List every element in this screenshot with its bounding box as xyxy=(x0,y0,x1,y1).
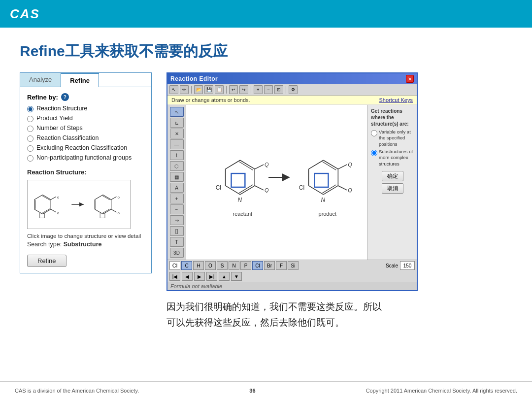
svg-line-36 xyxy=(239,185,253,193)
hint-bar: Draw or change atoms or bonds. Shortcut … xyxy=(167,96,417,105)
description-line1: 因为我们很明确的知道，我们不需要这类反应。所以 xyxy=(166,299,418,315)
drawing-svg: N Cl Q Q reactant xyxy=(186,105,367,260)
toolbar-zoom-out-icon[interactable]: − xyxy=(264,85,273,94)
content-row: Analyze Refine Refine by: ? Reaction S xyxy=(20,72,512,331)
radio-group: Reaction Structure Product Yield Number … xyxy=(27,105,144,162)
nav-up[interactable]: ▲ xyxy=(219,272,230,281)
radio-product-yield[interactable]: Product Yield xyxy=(27,115,144,122)
toolbar-paste-icon[interactable]: 📋 xyxy=(215,85,224,94)
nav-next[interactable]: ▶ xyxy=(194,272,205,281)
tool-ring[interactable]: ⬡ xyxy=(170,161,184,171)
svg-text:N: N xyxy=(237,197,242,203)
element-input[interactable] xyxy=(169,261,180,270)
toolbar-open-icon[interactable]: 📂 xyxy=(194,85,203,94)
element-btn-cl[interactable]: Cl xyxy=(252,261,263,270)
svg-text:product: product xyxy=(319,211,336,217)
svg-text:o: o xyxy=(57,195,60,200)
svg-line-51 xyxy=(309,160,324,169)
element-btn-p[interactable]: P xyxy=(240,261,251,270)
element-btn-h[interactable]: H xyxy=(193,261,204,270)
toolbar-pencil-icon[interactable]: ✏ xyxy=(180,85,189,94)
svg-line-10 xyxy=(51,209,56,212)
toolbar-arrow-icon[interactable]: ↖ xyxy=(169,85,178,94)
window-title: Reaction Editor xyxy=(170,75,218,82)
window-titlebar: Reaction Editor ✕ xyxy=(167,73,417,84)
search-type-value: Substructure xyxy=(64,241,102,248)
tool-3d[interactable]: 3D xyxy=(170,248,184,258)
toolbar-save-icon[interactable]: 💾 xyxy=(204,85,213,94)
nav-begin[interactable]: |◀ xyxy=(169,272,180,281)
tool-bond[interactable]: — xyxy=(170,139,184,149)
svg-line-41 xyxy=(255,186,264,190)
window-close-button[interactable]: ✕ xyxy=(406,75,414,83)
svg-text:reactant: reactant xyxy=(233,211,252,217)
toolbar-separator-1 xyxy=(191,86,192,94)
page-title: Refine工具来获取不需要的反应 xyxy=(20,41,512,62)
click-image-hint: Click image to change structure or view … xyxy=(27,233,144,239)
description-text: 因为我们很明确的知道，我们不需要这类反应。所以 可以先获得这些反应，然后去除他们… xyxy=(166,299,418,331)
toolbar-settings-icon[interactable]: ⚙ xyxy=(289,85,298,94)
tool-reaction[interactable]: ⇒ xyxy=(170,215,184,225)
svg-line-6 xyxy=(42,196,50,200)
tool-atom[interactable]: A xyxy=(170,183,184,193)
toolbar-redo-icon[interactable]: ↪ xyxy=(239,85,248,94)
tool-charge-plus[interactable]: + xyxy=(170,194,184,203)
shortcut-keys-link[interactable]: Shortcut Keys xyxy=(379,97,413,103)
radio-excluding-classification[interactable]: Excluding Reaction Classification xyxy=(27,144,144,152)
radio-reaction-structure[interactable]: Reaction Structure xyxy=(27,105,144,112)
element-btn-n[interactable]: N xyxy=(229,261,239,270)
element-btn-s[interactable]: S xyxy=(217,261,228,270)
tab-analyze[interactable]: Analyze xyxy=(20,73,61,87)
element-btn-f[interactable]: F xyxy=(276,261,287,270)
svg-line-3 xyxy=(34,209,43,214)
svg-rect-60 xyxy=(315,173,329,187)
tool-text[interactable]: T xyxy=(170,237,184,247)
right-radio-variable[interactable]: Variable only at the specified positions xyxy=(371,129,414,147)
tool-lasso[interactable]: ⊾ xyxy=(170,118,184,128)
reaction-structure-section-label: Reaction Structure: xyxy=(27,168,144,176)
structure-preview[interactable]: o o xyxy=(27,180,131,229)
nav-end[interactable]: ▶| xyxy=(206,272,217,281)
toolbar-zoom-in-icon[interactable]: + xyxy=(254,85,263,94)
tab-refine[interactable]: Refine xyxy=(61,73,99,87)
nav-prev[interactable]: ◀ xyxy=(182,272,193,281)
svg-rect-43 xyxy=(232,173,245,187)
element-btn-si[interactable]: Si xyxy=(288,261,299,270)
cancel-button[interactable]: 取消 xyxy=(382,183,403,194)
toolbar-fit-icon[interactable]: ⊡ xyxy=(274,85,283,94)
nav-buttons: |◀ ◀ ▶ ▶| ▲ ▼ xyxy=(167,271,417,282)
left-tools: ↖ ⊾ ✕ — ⌇ ⬡ ▦ A + − ⇒ [] T 3D xyxy=(167,105,186,260)
cas-logo: CAS xyxy=(10,6,40,22)
element-btn-o[interactable]: O xyxy=(205,261,216,270)
tool-bracket[interactable]: [] xyxy=(170,226,184,236)
toolbar-separator-2 xyxy=(226,86,227,94)
refine-button[interactable]: Refine xyxy=(27,255,66,267)
radio-number-of-steps[interactable]: Number of Steps xyxy=(27,125,144,132)
window-bottom: C H O S N P Cl Br F Si Scale xyxy=(167,260,417,290)
right-radio-substructure[interactable]: Substructures of more complex structures xyxy=(371,149,414,167)
footer-center-page: 36 xyxy=(249,388,255,394)
tool-charge-minus[interactable]: − xyxy=(170,204,184,214)
radio-reaction-classification[interactable]: Reaction Classification xyxy=(27,134,144,142)
svg-text:o: o xyxy=(117,211,120,215)
svg-line-20 xyxy=(95,195,103,200)
element-btn-c[interactable]: C xyxy=(181,261,192,270)
nav-down[interactable]: ▼ xyxy=(231,272,242,281)
svg-text:Q: Q xyxy=(348,162,352,167)
formula-bar: Formula not available xyxy=(167,282,417,290)
scale-input[interactable] xyxy=(400,261,415,270)
radio-non-participating[interactable]: Non-participating functional groups xyxy=(27,154,144,162)
drawing-area[interactable]: N Cl Q Q reactant xyxy=(186,105,367,260)
tool-chain[interactable]: ⌇ xyxy=(170,150,184,160)
tool-select[interactable]: ↖ xyxy=(170,107,184,117)
svg-line-25 xyxy=(111,209,117,212)
help-icon[interactable]: ? xyxy=(61,93,69,101)
element-btn-br[interactable]: Br xyxy=(264,261,275,270)
toolbar-undo-icon[interactable]: ↩ xyxy=(229,85,238,94)
tool-erase[interactable]: ✕ xyxy=(170,129,184,138)
left-panel: Analyze Refine Refine by: ? Reaction S xyxy=(20,72,152,273)
tool-template[interactable]: ▦ xyxy=(170,172,184,182)
header: CAS xyxy=(0,0,532,28)
confirm-button[interactable]: 确定 xyxy=(382,171,403,181)
svg-text:o: o xyxy=(57,211,60,215)
